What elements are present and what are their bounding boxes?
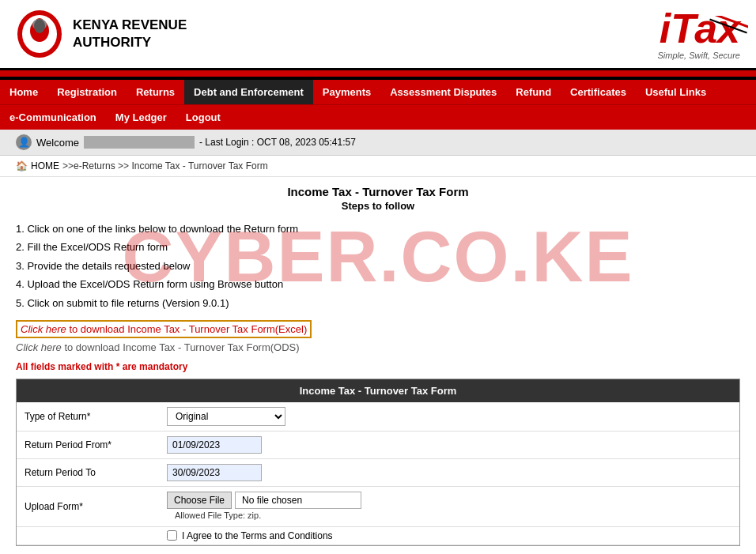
welcome-bar: 👤 Welcome - Last Login : OCT 08, 2023 05…	[0, 130, 756, 156]
nav-row-2: e-Communication My Ledger Logout	[0, 104, 756, 130]
kra-name: Kenya Revenue Authority	[73, 17, 187, 51]
step-2: 2. Fill the Excel/ODS Return form	[16, 238, 740, 256]
itax-logo-area: iTax Simple, Swift, Secure	[657, 8, 740, 60]
itax-tagline: Simple, Swift, Secure	[657, 51, 740, 60]
terms-cell-empty	[17, 526, 159, 545]
kra-logo-area: Kenya Revenue Authority	[16, 9, 187, 60]
form-table: Type of Return* Original Amended Return …	[17, 402, 739, 545]
terms-row: I Agree to the Terms and Conditions	[17, 526, 739, 545]
type-of-return-row: Type of Return* Original Amended	[17, 402, 739, 432]
home-icon: 🏠	[16, 160, 28, 171]
nav-useful-links[interactable]: Useful Links	[636, 80, 716, 104]
file-upload-area: Choose File No file chosen	[167, 492, 731, 509]
nav-debt-enforcement[interactable]: Debt and Enforcement	[184, 80, 313, 104]
upload-form-row: Upload Form* Choose File No file chosen …	[17, 486, 739, 526]
main-content: CYBER.CO.KE Income Tax - Turnover Tax Fo…	[0, 177, 756, 554]
nav-payments[interactable]: Payments	[313, 80, 380, 104]
terms-cell: I Agree to the Terms and Conditions	[159, 526, 739, 545]
nav-refund[interactable]: Refund	[506, 80, 561, 104]
welcome-label: Welcome	[36, 137, 79, 149]
return-period-to-input[interactable]	[167, 464, 262, 481]
nav-registration[interactable]: Registration	[47, 80, 127, 104]
nav-assessment-disputes[interactable]: Assessment Disputes	[380, 80, 506, 104]
page-subtitle: Steps to follow	[16, 200, 740, 212]
download-ods-label: to download Income Tax - Turnover Tax Fo…	[62, 341, 300, 353]
return-period-from-row: Return Period From*	[17, 431, 739, 458]
type-of-return-label: Type of Return*	[17, 402, 159, 432]
step-4: 4. Upload the Excel/ODS Return form usin…	[16, 275, 740, 293]
kra-shield-icon	[16, 9, 63, 60]
return-period-from-input[interactable]	[167, 436, 262, 454]
step-5: 5. Click on submit to file returns (Vers…	[16, 294, 740, 312]
step-3: 3. Provide the details requested below	[16, 257, 740, 275]
form-header: Income Tax - Turnover Tax Form	[17, 379, 739, 402]
kra-name-line1: Kenya Revenue	[73, 17, 187, 32]
breadcrumb-path: >>e-Returns >> Income Tax - Turnover Tax…	[62, 160, 268, 171]
download-excel-click-here[interactable]: Click here	[21, 323, 66, 335]
return-period-from-label: Return Period From*	[17, 431, 159, 458]
return-period-to-label: Return Period To	[17, 458, 159, 486]
download-excel-label: to download Income Tax - Turnover Tax Fo…	[66, 323, 307, 335]
username-display	[84, 136, 195, 149]
svg-point-5	[34, 19, 45, 33]
red-stripe	[0, 70, 756, 77]
mandatory-note: All fields marked with * are mandatory	[16, 361, 740, 372]
file-chosen-text: No file chosen	[235, 492, 361, 509]
terms-label: I Agree to the Terms and Conditions	[167, 530, 731, 541]
page-header: Kenya Revenue Authority iTax Simple, Swi…	[0, 0, 756, 70]
upload-form-cell: Choose File No file chosen Allowed File …	[159, 486, 739, 526]
type-of-return-cell: Original Amended	[159, 402, 739, 432]
page-title: Income Tax - Turnover Tax Form	[16, 185, 740, 198]
download-ods-link-row: Click here to download Income Tax - Turn…	[16, 341, 740, 353]
return-period-to-cell	[159, 458, 739, 486]
last-login-text: - Last Login : OCT 08, 2023 05:41:57	[199, 137, 356, 148]
form-container: Income Tax - Turnover Tax Form Type of R…	[16, 379, 740, 546]
kra-name-line2: Authority	[73, 35, 151, 50]
breadcrumb-home[interactable]: HOME	[31, 160, 59, 171]
choose-file-button[interactable]: Choose File	[167, 492, 232, 509]
allowed-file-type: Allowed File Type: zip.	[167, 509, 731, 522]
nav-returns[interactable]: Returns	[127, 80, 184, 104]
terms-label-text: I Agree to the Terms and Conditions	[182, 530, 333, 541]
nav-ecommunication[interactable]: e-Communication	[0, 105, 106, 130]
steps-list: 1. Click on one of the links below to do…	[16, 220, 740, 312]
nav-bar: Home Registration Returns Debt and Enfor…	[0, 80, 756, 130]
user-icon: 👤	[16, 134, 32, 150]
return-period-to-row: Return Period To	[17, 458, 739, 486]
nav-home[interactable]: Home	[0, 80, 47, 104]
breadcrumb: 🏠 HOME >>e-Returns >> Income Tax - Turno…	[0, 156, 756, 177]
download-excel-link[interactable]: Click here to download Income Tax - Turn…	[16, 320, 312, 338]
nav-row-1: Home Registration Returns Debt and Enfor…	[0, 80, 756, 104]
nav-my-ledger[interactable]: My Ledger	[106, 105, 176, 130]
download-ods-click-here[interactable]: Click here	[16, 341, 62, 353]
upload-form-label: Upload Form*	[17, 486, 159, 526]
type-of-return-select[interactable]: Original Amended	[167, 407, 285, 426]
nav-logout[interactable]: Logout	[176, 105, 230, 130]
step-1: 1. Click on one of the links below to do…	[16, 220, 740, 238]
nav-certificates[interactable]: Certificates	[561, 80, 636, 104]
terms-checkbox[interactable]	[167, 530, 177, 541]
return-period-from-cell	[159, 431, 739, 458]
